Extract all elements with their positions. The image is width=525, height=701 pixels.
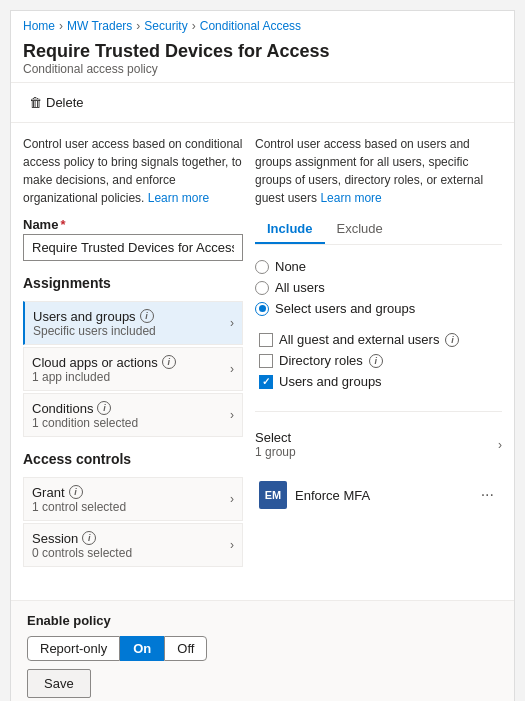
save-button[interactable]: Save: [27, 669, 91, 698]
toggle-off[interactable]: Off: [164, 636, 207, 661]
assignment-users-groups[interactable]: Users and groups i Specific users includ…: [23, 301, 243, 345]
info-icon-guest[interactable]: i: [445, 333, 459, 347]
chevron-icon-grant: ›: [230, 492, 234, 506]
checkbox-directory-roles[interactable]: Directory roles i: [259, 353, 502, 368]
right-learn-more-link[interactable]: Learn more: [320, 191, 381, 205]
tabs-container: Include Exclude: [255, 215, 502, 245]
toolbar: 🗑 Delete: [11, 83, 514, 123]
page-container: Home › MW Traders › Security › Condition…: [10, 10, 515, 701]
checkbox-users-label: Users and groups: [279, 374, 382, 389]
group-item: EM Enforce MFA ···: [255, 475, 502, 515]
access-control-session[interactable]: Session i 0 controls selected ›: [23, 523, 243, 567]
group-ellipsis-button[interactable]: ···: [477, 484, 498, 506]
select-sub: 1 group: [255, 445, 296, 459]
name-input[interactable]: [23, 234, 243, 261]
assignment-conditions[interactable]: Conditions i 1 condition selected ›: [23, 393, 243, 437]
info-icon-cloud[interactable]: i: [162, 355, 176, 369]
radio-group: None All users Select users and groups: [255, 259, 502, 316]
group-avatar: EM: [259, 481, 287, 509]
group-name: Enforce MFA: [295, 488, 469, 503]
tab-exclude[interactable]: Exclude: [325, 215, 395, 244]
name-field-container: Name*: [23, 217, 243, 261]
assignment-title-0: Users and groups: [33, 309, 136, 324]
main-content: Control user access based on conditional…: [11, 123, 514, 600]
access-sub-1: 0 controls selected: [32, 546, 230, 560]
checkbox-group: All guest and external users i Directory…: [255, 332, 502, 389]
chevron-icon-2: ›: [230, 408, 234, 422]
chevron-icon-0: ›: [230, 316, 234, 330]
right-panel: Control user access based on users and g…: [255, 135, 502, 588]
info-icon-grant[interactable]: i: [69, 485, 83, 499]
select-row[interactable]: Select 1 group ›: [255, 426, 502, 463]
toggle-on[interactable]: On: [120, 636, 164, 661]
policy-toggle: Report-only On Off: [27, 636, 498, 661]
left-panel: Control user access based on conditional…: [23, 135, 243, 588]
breadcrumb-home[interactable]: Home: [23, 19, 55, 33]
checkbox-users-groups[interactable]: Users and groups: [259, 374, 502, 389]
checkbox-directory-label: Directory roles: [279, 353, 363, 368]
delete-label: Delete: [46, 95, 84, 110]
assignment-title-1: Cloud apps or actions: [32, 355, 158, 370]
chevron-icon-session: ›: [230, 538, 234, 552]
breadcrumb-security[interactable]: Security: [144, 19, 187, 33]
page-subtitle: Conditional access policy: [23, 62, 502, 76]
assignments-section-title: Assignments: [23, 275, 243, 291]
right-description: Control user access based on users and g…: [255, 135, 502, 207]
assignment-cloud-apps[interactable]: Cloud apps or actions i 1 app included ›: [23, 347, 243, 391]
radio-circle-none: [255, 260, 269, 274]
footer-bar: Enable policy Report-only On Off Save: [11, 600, 514, 701]
delete-button[interactable]: 🗑 Delete: [23, 91, 90, 114]
access-controls-section-title: Access controls: [23, 451, 243, 467]
assignments-list: Users and groups i Specific users includ…: [23, 301, 243, 437]
access-controls-list: Grant i 1 control selected › Session i: [23, 477, 243, 567]
breadcrumb-conditional-access[interactable]: Conditional Access: [200, 19, 301, 33]
assignment-sub-1: 1 app included: [32, 370, 230, 384]
radio-circle-select: [255, 302, 269, 316]
radio-select-label: Select users and groups: [275, 301, 415, 316]
access-title-0: Grant: [32, 485, 65, 500]
tab-include[interactable]: Include: [255, 215, 325, 244]
name-label: Name*: [23, 217, 243, 232]
checkbox-guest-label: All guest and external users: [279, 332, 439, 347]
assignment-title-2: Conditions: [32, 401, 93, 416]
radio-select-users-groups[interactable]: Select users and groups: [255, 301, 502, 316]
radio-all-users-label: All users: [275, 280, 325, 295]
radio-none-label: None: [275, 259, 306, 274]
info-icon-conditions[interactable]: i: [97, 401, 111, 415]
access-control-grant[interactable]: Grant i 1 control selected ›: [23, 477, 243, 521]
checkbox-guest-external[interactable]: All guest and external users i: [259, 332, 502, 347]
chevron-select: ›: [498, 438, 502, 452]
checkbox-box-guest: [259, 333, 273, 347]
info-icon-session[interactable]: i: [82, 531, 96, 545]
toggle-report-only[interactable]: Report-only: [27, 636, 120, 661]
radio-none[interactable]: None: [255, 259, 502, 274]
enable-policy-label: Enable policy: [27, 613, 498, 628]
access-title-1: Session: [32, 531, 78, 546]
chevron-icon-1: ›: [230, 362, 234, 376]
info-icon-users[interactable]: i: [140, 309, 154, 323]
info-icon-directory[interactable]: i: [369, 354, 383, 368]
page-header: Require Trusted Devices for Access Condi…: [11, 37, 514, 83]
left-learn-more-link[interactable]: Learn more: [148, 191, 209, 205]
breadcrumb-mw-traders[interactable]: MW Traders: [67, 19, 132, 33]
left-description: Control user access based on conditional…: [23, 135, 243, 207]
select-label: Select: [255, 430, 296, 445]
divider-1: [255, 411, 502, 412]
page-title: Require Trusted Devices for Access: [23, 41, 502, 62]
access-sub-0: 1 control selected: [32, 500, 230, 514]
radio-circle-all-users: [255, 281, 269, 295]
radio-all-users[interactable]: All users: [255, 280, 502, 295]
assignment-sub-0: Specific users included: [33, 324, 230, 338]
delete-icon: 🗑: [29, 95, 42, 110]
breadcrumb: Home › MW Traders › Security › Condition…: [11, 11, 514, 37]
assignment-sub-2: 1 condition selected: [32, 416, 230, 430]
checkbox-box-users: [259, 375, 273, 389]
checkbox-box-directory: [259, 354, 273, 368]
